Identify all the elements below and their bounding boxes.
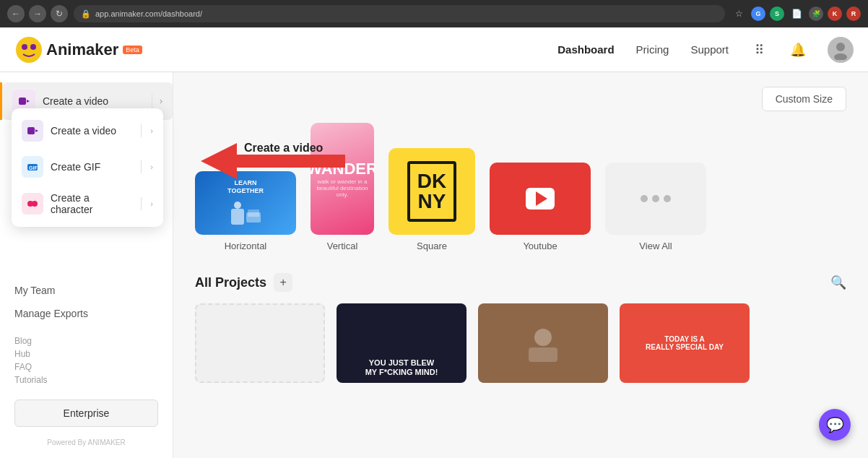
thumbnail-youtube [490, 163, 591, 235]
sidebar-faq[interactable]: FAQ [14, 362, 158, 372]
star-button[interactable]: ☆ [731, 6, 747, 22]
dropdown-divider-2 [141, 160, 142, 173]
add-project-button[interactable]: + [274, 273, 292, 292]
project-card-3[interactable]: TODAY IS AREALLY SPECIAL DAY [620, 303, 750, 383]
nav-dashboard[interactable]: Dashboard [557, 43, 614, 56]
browser-actions: ☆ G S 📄 🧩 K R [731, 6, 861, 22]
ext-s: S [770, 7, 784, 21]
svg-rect-18 [248, 209, 259, 217]
project-card-empty[interactable] [195, 303, 325, 383]
projects-header: All Projects + 🔍 [195, 273, 846, 292]
template-youtube[interactable]: Youtube [490, 163, 591, 251]
chat-fab-button[interactable]: 💬 [819, 409, 851, 441]
projects-title: All Projects [195, 275, 266, 290]
logo-text: Animaker [46, 40, 118, 59]
sidebar-powered-by: Powered By ANIMAKER [0, 434, 173, 451]
dropdown-create-gif[interactable]: GIF Create GIF › [12, 149, 163, 185]
svg-point-19 [534, 329, 552, 346]
dropdown-create-char-label: Create a character [51, 192, 132, 215]
dot2 [652, 195, 659, 202]
projects-grid: YOU JUST BLEWMY F*CKING MIND! TODAY IS A… [195, 303, 846, 383]
search-projects-button[interactable]: 🔍 [830, 275, 846, 290]
template-horizontal-label: Horizontal [225, 241, 267, 251]
create-video-dropdown: Create a video › GIF Create GIF › [12, 108, 163, 227]
thumbnail-viewall [605, 163, 706, 235]
templates-section: LEARNTOGETHER [195, 123, 846, 383]
svg-rect-20 [529, 347, 557, 362]
lock-icon: 🔒 [81, 9, 91, 19]
app-container: Animaker Beta Dashboard Pricing Support … [0, 27, 868, 458]
project-3-text: TODAY IS AREALLY SPECIAL DAY [646, 335, 724, 351]
main-content: Custom Size LEARNTOGETHER [173, 72, 868, 458]
sidebar-manage-exports[interactable]: Manage Exports [0, 302, 173, 325]
template-horizontal[interactable]: LEARNTOGETHER [195, 171, 296, 251]
logo-area: Animaker Beta [14, 35, 142, 64]
sidebar-enterprise-button[interactable]: Enterprise [14, 399, 158, 427]
svg-rect-7 [27, 127, 35, 134]
ext-google: G [751, 7, 765, 21]
ext-doc[interactable]: 📄 [789, 6, 804, 22]
dropdown-char-icon [22, 193, 43, 215]
project-card-2[interactable] [478, 303, 608, 383]
svg-rect-5 [19, 98, 26, 105]
sidebar-blog[interactable]: Blog [14, 336, 158, 346]
forward-button[interactable]: → [29, 5, 46, 22]
browser-chrome: ← → ↻ 🔒 app.animaker.com/dashboard/ ☆ G … [0, 0, 868, 27]
dropdown-video-icon [22, 120, 43, 142]
svg-marker-6 [27, 100, 30, 103]
dropdown-create-video[interactable]: Create a video › [12, 113, 163, 149]
nav-support[interactable]: Support [690, 43, 729, 56]
thumbnail-vertical: WANDER walk or wander in a beautiful des… [311, 123, 374, 235]
main-body: Create a video › Create a video › [0, 72, 868, 458]
svg-point-12 [32, 201, 38, 207]
project-card-1[interactable]: YOU JUST BLEWMY F*CKING MIND! [337, 303, 466, 383]
project-1-text: YOU JUST BLEWMY F*CKING MIND! [365, 358, 438, 377]
nav-pricing[interactable]: Pricing [636, 43, 669, 56]
template-square[interactable]: DKNY Square [389, 148, 475, 251]
dropdown-create-video-label: Create a video [51, 125, 132, 137]
template-square-label: Square [417, 241, 447, 251]
custom-size-button[interactable]: Custom Size [762, 87, 846, 111]
template-vertical[interactable]: WANDER walk or wander in a beautiful des… [311, 123, 374, 251]
ext-k: K [828, 7, 842, 21]
dropdown-create-char[interactable]: Create a character › [12, 185, 163, 222]
refresh-button[interactable]: ↻ [51, 5, 68, 22]
vert-subtitle: walk or wander in a beautiful destinatio… [316, 178, 368, 198]
svg-rect-15 [231, 209, 244, 225]
template-vertical-label: Vertical [327, 241, 358, 251]
template-viewall[interactable]: View All [605, 163, 706, 251]
dropdown-divider [141, 124, 142, 137]
url-text: app.animaker.com/dashboard/ [95, 9, 202, 18]
ext-puzzle: 🧩 [809, 7, 823, 21]
sidebar-my-team[interactable]: My Team [0, 279, 173, 302]
create-video-label: Create a video [43, 95, 144, 107]
browser-controls: ← → ↻ [7, 5, 68, 22]
sq-text: DKNY [417, 171, 446, 212]
sidebar-tutorials[interactable]: Tutorials [14, 375, 158, 385]
chat-icon: 💬 [826, 416, 844, 433]
template-youtube-label: Youtube [523, 241, 557, 251]
ext-r: R [846, 7, 861, 21]
horiz-text: LEARNTOGETHER [227, 179, 264, 195]
svg-point-3 [836, 43, 845, 51]
youtube-play-icon [526, 188, 555, 209]
chevron-right-icon: › [160, 96, 162, 106]
projects-section: All Projects + 🔍 YOU JUST BLEWMY F*CKING… [195, 273, 846, 383]
thumbnail-square: DKNY [389, 148, 475, 235]
divider [152, 94, 152, 108]
templates-row: LEARNTOGETHER [195, 123, 762, 251]
sidebar: Create a video › Create a video › [0, 72, 173, 458]
svg-point-4 [834, 53, 847, 60]
dot1 [641, 195, 648, 202]
nav-bell-button[interactable]: 🔔 [790, 42, 806, 58]
back-button[interactable]: ← [7, 5, 25, 22]
nav-avatar[interactable] [828, 37, 854, 63]
address-bar[interactable]: 🔒 app.animaker.com/dashboard/ [74, 5, 725, 22]
dropdown-gif-icon: GIF [22, 156, 43, 178]
animaker-logo-icon [14, 35, 43, 64]
svg-text:GIF: GIF [29, 165, 38, 170]
sidebar-hub[interactable]: Hub [14, 349, 158, 359]
svg-point-1 [22, 44, 27, 50]
nav-grid-button[interactable]: ⠿ [750, 38, 768, 62]
svg-point-0 [16, 37, 42, 63]
